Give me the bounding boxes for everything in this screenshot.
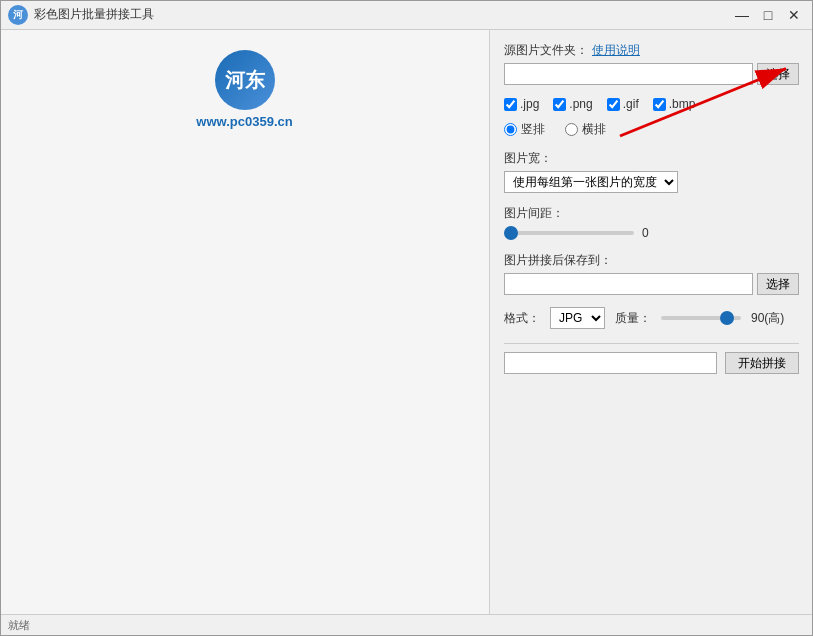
gif-checkbox[interactable]: [607, 98, 620, 111]
checkbox-gif[interactable]: .gif: [607, 97, 639, 111]
save-path-row: 选择: [504, 273, 799, 295]
checkbox-jpg[interactable]: .jpg: [504, 97, 539, 111]
png-checkbox[interactable]: [553, 98, 566, 111]
arrange-row: 竖排 横排: [504, 121, 799, 138]
format-label: 格式：: [504, 310, 540, 327]
width-label: 图片宽：: [504, 150, 799, 167]
divider: [504, 343, 799, 344]
watermark-logo: 河东: [215, 50, 275, 110]
spacing-label: 图片间距：: [504, 205, 799, 222]
bottom-bar: 开始拼接: [504, 352, 799, 374]
source-folder-input[interactable]: [504, 63, 753, 85]
usage-link[interactable]: 使用说明: [592, 42, 640, 59]
source-select-button[interactable]: 选择: [757, 63, 799, 85]
width-dropdown-row: 使用每组第一张图片的宽度: [504, 171, 799, 193]
maximize-button[interactable]: □: [757, 4, 779, 26]
app-logo: 河: [8, 5, 28, 25]
source-folder-section: 源图片文件夹： 使用说明 选择: [504, 42, 799, 85]
close-button[interactable]: ✕: [783, 4, 805, 26]
watermark-site: www.pc0359.cn: [196, 114, 292, 129]
save-path-label: 图片拼接后保存到：: [504, 252, 799, 269]
bmp-checkbox[interactable]: [653, 98, 666, 111]
right-panel: 源图片文件夹： 使用说明 选择 .jpg .png .gif .bmp: [490, 30, 813, 636]
width-dropdown[interactable]: 使用每组第一张图片的宽度: [504, 171, 678, 193]
watermark-area: 河东 www.pc0359.cn: [196, 50, 292, 129]
app-title: 彩色图片批量拼接工具: [34, 6, 731, 23]
checkbox-png[interactable]: .png: [553, 97, 592, 111]
vertical-radio[interactable]: [504, 123, 517, 136]
format-quality-row: 格式： JPG PNG BMP 质量： 90(高): [504, 307, 799, 329]
title-bar: 河 彩色图片批量拼接工具 — □ ✕: [0, 0, 813, 30]
quality-label: 质量：: [615, 310, 651, 327]
format-filter-row: .jpg .png .gif .bmp: [504, 97, 799, 111]
source-label: 源图片文件夹： 使用说明: [504, 42, 799, 59]
width-section: 图片宽： 使用每组第一张图片的宽度: [504, 150, 799, 193]
spacing-value: 0: [642, 226, 654, 240]
save-path-section: 图片拼接后保存到： 选择: [504, 252, 799, 295]
spacing-slider[interactable]: [504, 231, 634, 235]
status-text: 就绪: [8, 618, 30, 633]
spacing-section: 图片间距： 0: [504, 205, 799, 240]
start-button[interactable]: 开始拼接: [725, 352, 799, 374]
quality-slider[interactable]: [661, 316, 741, 320]
window-controls: — □ ✕: [731, 4, 805, 26]
status-bar: 就绪: [0, 614, 813, 636]
radio-horizontal[interactable]: 横排: [565, 121, 606, 138]
horizontal-radio[interactable]: [565, 123, 578, 136]
left-panel: 河东 www.pc0359.cn: [0, 30, 490, 636]
save-path-input[interactable]: [504, 273, 753, 295]
source-input-row: 选择: [504, 63, 799, 85]
jpg-checkbox[interactable]: [504, 98, 517, 111]
checkbox-bmp[interactable]: .bmp: [653, 97, 696, 111]
quality-value: 90(高): [751, 310, 784, 327]
bottom-input[interactable]: [504, 352, 717, 374]
minimize-button[interactable]: —: [731, 4, 753, 26]
format-dropdown[interactable]: JPG PNG BMP: [550, 307, 605, 329]
radio-vertical[interactable]: 竖排: [504, 121, 545, 138]
spacing-slider-row: 0: [504, 226, 799, 240]
save-select-button[interactable]: 选择: [757, 273, 799, 295]
